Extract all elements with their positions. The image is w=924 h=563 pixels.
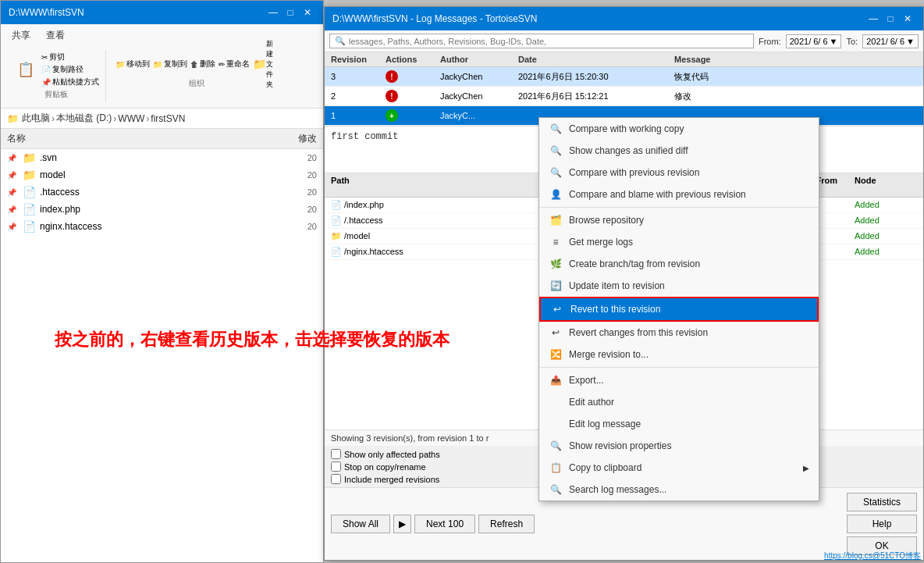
- paste-icon[interactable]: 📋: [13, 57, 38, 82]
- from-date-value: 2021/ 6/ 6: [790, 37, 828, 46]
- crumb-drive[interactable]: 本地磁盘 (D:): [56, 112, 112, 125]
- revision-row[interactable]: 3 ! JackyChen 2021年6月6日 15:20:30 恢复代码: [325, 67, 923, 87]
- create-branch-label: Create branch/tag from revision: [569, 258, 809, 269]
- pin-icon: 📌: [7, 171, 16, 180]
- copy-to-button[interactable]: 📁 复制到: [153, 59, 187, 69]
- menu-item-browse-repo[interactable]: 🗂️ Browse repository: [539, 209, 819, 231]
- menu-item-search-log[interactable]: 🔍 Search log messages...: [539, 479, 819, 501]
- menu-item-edit-author[interactable]: Edit author: [539, 391, 819, 413]
- move-to-button[interactable]: 📁 移动到: [116, 59, 150, 69]
- show-all-arrow[interactable]: ▶: [393, 515, 411, 533]
- include-merged-label: Include merged revisions: [344, 475, 439, 484]
- list-item[interactable]: 📌 📄 index.php 20: [1, 201, 323, 218]
- to-date-value: 2021/ 6/ 6: [866, 37, 904, 46]
- delete-button[interactable]: 🗑 删除: [190, 59, 215, 69]
- paste-shortcut-button[interactable]: 📌 粘贴快捷方式: [41, 77, 99, 87]
- crumb-firstsvn[interactable]: firstSVN: [151, 113, 185, 124]
- help-button[interactable]: Help: [847, 515, 917, 533]
- menu-item-revert-revision[interactable]: ↩ Revert to this revision: [539, 297, 819, 322]
- file-name: .svn: [40, 152, 281, 163]
- list-item[interactable]: 📌 📄 .htaccess 20: [1, 184, 323, 201]
- ribbon-tab-view[interactable]: 查看: [41, 27, 69, 44]
- rename-button[interactable]: ✏ 重命名: [219, 59, 250, 69]
- path-action: Added: [855, 216, 917, 226]
- copy-path-button[interactable]: 📄 复制路径: [41, 64, 99, 75]
- paste-shortcut-label: 粘贴快捷方式: [52, 77, 99, 87]
- crumb-sep-1: ›: [52, 113, 55, 124]
- affected-paths-checkbox[interactable]: [331, 449, 341, 459]
- revert-changes-icon: ↩: [549, 326, 563, 340]
- revision-author: JackyChen: [440, 72, 518, 81]
- menu-item-update-item[interactable]: 🔄 Update item to revision: [539, 275, 819, 297]
- next-100-button[interactable]: Next 100: [414, 515, 475, 533]
- revision-row[interactable]: 2 ! JackyChen 2021年6月6日 15:12:21 修改: [325, 87, 923, 106]
- show-all-button[interactable]: Show All: [331, 515, 390, 533]
- crumb-sep-3: ›: [146, 113, 149, 124]
- stop-copy-checkbox[interactable]: [331, 461, 341, 472]
- refresh-button[interactable]: Refresh: [478, 515, 535, 533]
- explorer-title: D:\WWW\firstSVN: [9, 7, 84, 18]
- statistics-button[interactable]: Statistics: [847, 493, 917, 511]
- svn-folder-icon: 📁: [23, 169, 35, 181]
- svn-php-icon: 📄: [23, 203, 35, 216]
- crumb-www[interactable]: WWW: [118, 113, 144, 124]
- file-name: .htaccess: [40, 187, 281, 198]
- svn-close-button[interactable]: ✕: [900, 11, 915, 27]
- commit-message-text: first commit: [331, 131, 398, 142]
- stop-copy-label: Stop on copy/rename: [344, 462, 426, 472]
- menu-item-merge-to[interactable]: 🔀 Merge revision to...: [539, 344, 819, 365]
- minimize-button[interactable]: —: [265, 5, 281, 20]
- blame-icon: 👤: [549, 187, 563, 201]
- revision-number: 2: [331, 91, 386, 101]
- organize-group-label: 组织: [189, 78, 204, 89]
- list-item[interactable]: 📌 📁 .svn 20: [1, 149, 323, 166]
- ribbon-content: 📋 ✂ 剪切 📄 复制路径 📌 粘贴快捷方式: [7, 47, 317, 105]
- maximize-button[interactable]: □: [283, 5, 298, 20]
- svn-minimize-button[interactable]: —: [865, 11, 881, 27]
- folder-icon: 📁: [23, 151, 35, 164]
- menu-item-unified-diff[interactable]: 🔍 Show changes as unified diff: [539, 140, 819, 162]
- revision-action: !: [386, 90, 440, 102]
- svn-toolbar: 🔍 From: 2021/ 6/ 6 ▼ To: 2021/ 6/ 6 ▼: [325, 30, 923, 52]
- new-folder-icon[interactable]: 📁新建文件夹: [253, 52, 278, 77]
- cut-button[interactable]: ✂ 剪切: [41, 52, 99, 62]
- search-box: 🔍: [329, 34, 754, 48]
- col-actions-header: Actions: [386, 55, 440, 64]
- revisions-header: Revision Actions Author Date Message: [325, 52, 923, 67]
- menu-item-merge-logs[interactable]: ≡ Get merge logs: [539, 231, 819, 253]
- include-merged-checkbox[interactable]: [331, 474, 341, 484]
- merge-logs-label: Get merge logs: [569, 237, 809, 248]
- from-date-input[interactable]: 2021/ 6/ 6 ▼: [786, 34, 842, 48]
- context-menu: 🔍 Compare with working copy 🔍 Show chang…: [538, 117, 819, 501]
- ribbon-group-organize: 📁 移动到 📁 复制到 🗑 删除: [109, 50, 284, 91]
- menu-item-edit-log[interactable]: Edit log message: [539, 413, 819, 435]
- menu-item-export[interactable]: 📤 Export...: [539, 369, 819, 391]
- status-text: Showing 3 revision(s), from revision 1 t…: [331, 433, 489, 443]
- file-name: nginx.htaccess: [40, 221, 281, 232]
- crumb-sep-2: ›: [113, 113, 116, 124]
- col-name-header[interactable]: 名称: [7, 132, 286, 145]
- menu-item-create-branch[interactable]: 🌿 Create branch/tag from revision: [539, 253, 819, 275]
- menu-item-blame[interactable]: 👤 Compare and blame with previous revisi…: [539, 184, 819, 205]
- copy-path-label: 复制路径: [52, 64, 84, 75]
- crumb-computer[interactable]: 此电脑: [22, 112, 50, 125]
- menu-item-show-properties[interactable]: 🔍 Show revision properties: [539, 435, 819, 457]
- close-button[interactable]: ✕: [300, 5, 315, 20]
- list-item[interactable]: 📌 📄 nginx.htaccess 20: [1, 218, 323, 235]
- copy-clipboard-arrow: ▶: [803, 464, 809, 472]
- ribbon-tab-share[interactable]: 共享: [7, 27, 35, 44]
- to-date-input[interactable]: 2021/ 6/ 6 ▼: [862, 34, 919, 48]
- search-input[interactable]: [349, 37, 748, 46]
- svn-maximize-button[interactable]: □: [883, 11, 898, 27]
- list-item[interactable]: 📌 📁 model 20: [1, 166, 323, 184]
- menu-item-compare-working[interactable]: 🔍 Compare with working copy: [539, 118, 819, 140]
- menu-item-copy-clipboard[interactable]: 📋 Copy to clipboard ▶: [539, 457, 819, 479]
- menu-item-compare-prev[interactable]: 🔍 Compare with previous revision: [539, 162, 819, 184]
- move-icon: 📁: [116, 60, 125, 69]
- file-date: 20: [286, 205, 317, 214]
- menu-item-revert-changes[interactable]: ↩ Revert changes from this revision: [539, 322, 819, 344]
- copy-path-icon: 📄: [41, 66, 51, 74]
- col-date-header[interactable]: 修改: [286, 132, 317, 145]
- to-date-calendar-icon[interactable]: ▼: [906, 37, 915, 46]
- from-date-calendar-icon[interactable]: ▼: [830, 37, 838, 46]
